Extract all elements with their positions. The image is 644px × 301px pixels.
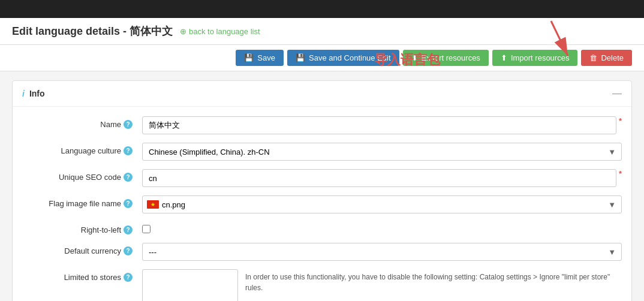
save-continue-icon: 💾 xyxy=(296,53,305,62)
language-culture-group: Language culture ? Chinese (Simplified, … xyxy=(22,143,622,161)
rtl-group: Right-to-left ? xyxy=(22,222,622,234)
info-icon: i xyxy=(22,89,25,98)
top-bar xyxy=(0,0,644,18)
language-culture-select[interactable]: Chinese (Simplified, China). zh-CN Engli… xyxy=(142,143,622,161)
export-label: Export resources xyxy=(422,53,480,62)
name-required-star: * xyxy=(619,116,622,125)
language-culture-help-icon[interactable]: ? xyxy=(124,146,133,155)
limited-stores-help-icon[interactable]: ? xyxy=(124,273,133,282)
export-icon: ⬇ xyxy=(411,53,418,62)
collapse-icon[interactable]: — xyxy=(612,88,622,99)
import-icon: ⬆ xyxy=(501,53,507,62)
currency-group: Default currency ? --- USD EUR CNY GBP ▼ xyxy=(22,243,622,261)
currency-help-icon[interactable]: ? xyxy=(124,246,133,255)
save-continue-label: Save and Continue Edit xyxy=(309,53,391,62)
info-card: i Info — Name ? * Language culture ? xyxy=(12,80,632,301)
section-title: Info xyxy=(29,89,45,98)
card-body: Name ? * Language culture ? Chinese (Sim… xyxy=(13,107,631,301)
save-continue-button[interactable]: 💾 Save and Continue Edit xyxy=(287,50,399,66)
rtl-checkbox[interactable] xyxy=(142,225,151,233)
seo-code-input[interactable] xyxy=(142,169,616,187)
seo-code-help-icon[interactable]: ? xyxy=(124,173,133,182)
back-to-language-list-link[interactable]: ⊕ back to language list xyxy=(180,27,260,36)
rtl-checkbox-wrapper xyxy=(142,222,151,233)
seo-code-label: Unique SEO code ? xyxy=(22,169,142,182)
name-field-group: Name ? * xyxy=(22,116,622,134)
seo-code-group: Unique SEO code ? * xyxy=(22,169,622,187)
currency-select-wrapper: --- USD EUR CNY GBP ▼ xyxy=(142,243,622,261)
save-icon: 💾 xyxy=(244,53,254,62)
back-link-icon: ⊕ xyxy=(180,27,186,36)
name-help-icon[interactable]: ? xyxy=(124,120,133,129)
currency-label: Default currency ? xyxy=(22,243,142,255)
flag-select-wrapper: ★ cn.png us.png fr.png ▼ xyxy=(142,195,622,213)
page-title: Edit language details - 简体中文 xyxy=(12,24,173,38)
export-button[interactable]: ⬇ Export resources xyxy=(403,50,489,66)
currency-select[interactable]: --- USD EUR CNY GBP xyxy=(142,243,622,261)
flag-select[interactable]: cn.png us.png fr.png xyxy=(142,195,622,213)
main-content: i Info — Name ? * Language culture ? xyxy=(0,71,644,301)
save-button[interactable]: 💾 Save xyxy=(236,50,284,66)
language-culture-select-wrapper: Chinese (Simplified, China). zh-CN Engli… xyxy=(142,143,622,161)
limited-stores-input[interactable] xyxy=(142,269,238,301)
name-label: Name ? xyxy=(22,116,142,129)
card-header-left: i Info xyxy=(22,89,45,98)
limited-stores-group: Limited to stores ? In order to use this… xyxy=(22,269,622,301)
delete-icon: 🗑 xyxy=(589,53,597,62)
delete-button[interactable]: 🗑 Delete xyxy=(581,50,632,66)
import-label: Import resources xyxy=(511,53,570,62)
toolbar-container: 💾 Save 💾 Save and Continue Edit ⬇ Export… xyxy=(0,45,644,71)
flag-help-icon[interactable]: ? xyxy=(124,199,133,208)
flag-label: Flag image file name ? xyxy=(22,195,142,208)
name-input[interactable] xyxy=(142,116,616,134)
page-header: Edit language details - 简体中文 ⊕ back to l… xyxy=(0,18,644,45)
flag-image-group: Flag image file name ? ★ cn.png us.png f… xyxy=(22,195,622,213)
import-button[interactable]: ⬆ Import resources xyxy=(492,50,578,66)
card-header: i Info — xyxy=(13,81,631,107)
back-link-text: back to language list xyxy=(189,27,260,36)
rtl-help-icon[interactable]: ? xyxy=(124,225,133,234)
save-label: Save xyxy=(257,53,275,62)
limited-stores-info-text: In order to use this functionality, you … xyxy=(245,269,622,293)
toolbar: 💾 Save 💾 Save and Continue Edit ⬇ Export… xyxy=(0,45,644,71)
language-culture-label: Language culture ? xyxy=(22,143,142,155)
limited-stores-info-wrapper: In order to use this functionality, you … xyxy=(142,269,622,301)
seo-required-star: * xyxy=(619,169,622,178)
rtl-label: Right-to-left ? xyxy=(22,222,142,234)
delete-label: Delete xyxy=(601,53,624,62)
limited-stores-label: Limited to stores ? xyxy=(22,269,142,282)
